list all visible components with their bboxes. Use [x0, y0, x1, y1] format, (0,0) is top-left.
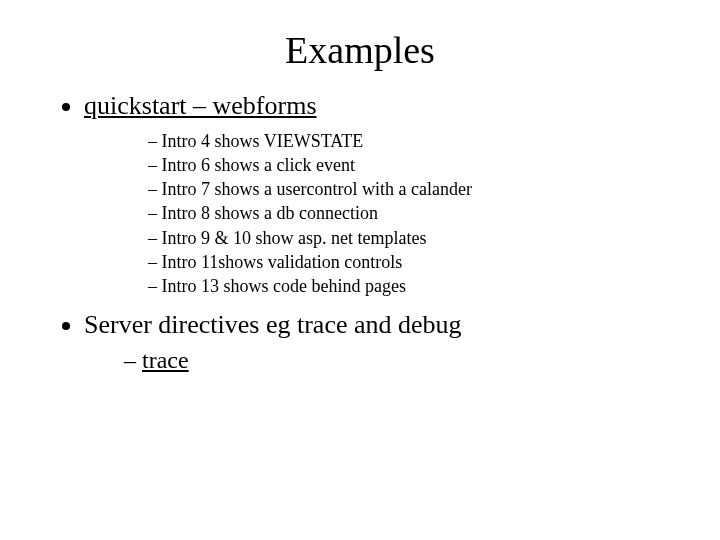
sub-bullet: Intro 6 shows a click event — [148, 153, 670, 177]
sub-bullet: Intro 4 shows VIEWSTATE — [148, 129, 670, 153]
sub-bullet: Intro 11shows validation controls — [148, 250, 670, 274]
sub-bullet: Intro 7 shows a usercontrol with a calan… — [148, 177, 670, 201]
bullet-text: Server directives eg trace and debug — [84, 310, 462, 339]
slide: Examples quickstart – webforms Intro 4 s… — [0, 0, 720, 540]
sub-bullet: Intro 13 shows code behind pages — [148, 274, 670, 298]
sub-bullet: Intro 8 shows a db connection — [148, 201, 670, 225]
slide-title: Examples — [50, 28, 670, 72]
sub-bullet-list: Intro 4 shows VIEWSTATE Intro 6 shows a … — [84, 129, 670, 299]
bullet-quickstart: quickstart – webforms Intro 4 shows VIEW… — [84, 90, 670, 299]
sub-bullet-list: trace — [84, 345, 670, 375]
quickstart-webforms-link[interactable]: quickstart – webforms — [84, 91, 317, 120]
sub-bullet: Intro 9 & 10 show asp. net templates — [148, 226, 670, 250]
trace-link[interactable]: trace — [142, 347, 189, 373]
bullet-list: quickstart – webforms Intro 4 shows VIEW… — [50, 90, 670, 375]
sub-bullet-trace: trace — [124, 345, 670, 375]
bullet-server-directives: Server directives eg trace and debug tra… — [84, 309, 670, 376]
